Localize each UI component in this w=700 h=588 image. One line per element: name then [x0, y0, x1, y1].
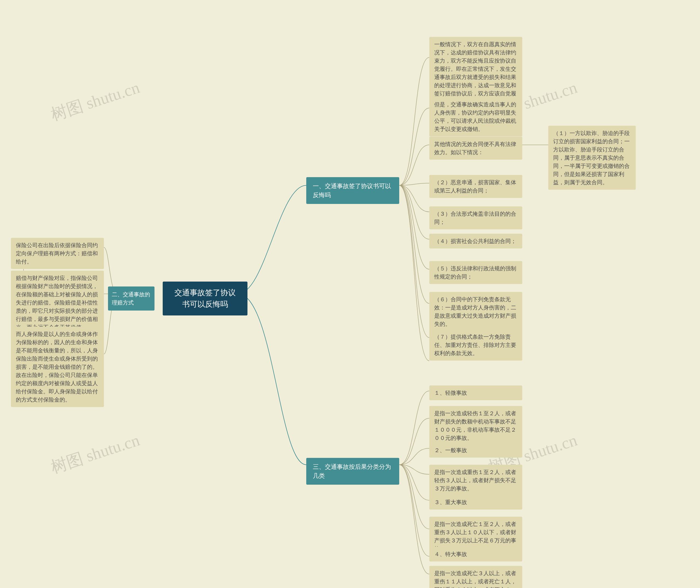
s3-leaf-0-text: １、轻微事故 — [433, 389, 518, 397]
section-2[interactable]: 二、交通事故的理赔方式 — [108, 286, 154, 311]
s1-extra[interactable]: （１）一方以欺诈、胁迫的手段订立的损害国家利益的合同；一方以欺诈、胁迫手段订立的… — [548, 126, 636, 190]
root-title: 交通事故签了协议书可以反悔吗 — [171, 287, 239, 310]
section-1[interactable]: 一、交通事故签了协议书可以反悔吗 — [306, 177, 399, 204]
s3-leaf-1[interactable]: 是指一次造成轻伤１至２人，或者财产损失的数额中机动车事故不足１０００元，非机动车… — [429, 406, 522, 445]
section-1-title: 一、交通事故签了协议书可以反悔吗 — [312, 182, 394, 200]
s3-leaf-2-text: ２、一般事故 — [433, 446, 518, 454]
s3-leaf-4[interactable]: ３、重大事故 — [429, 495, 522, 510]
s1-leaf-3[interactable]: （２）恶意串通，损害国家、集体或第三人利益的合同； — [429, 175, 522, 198]
s3-leaf-7[interactable]: 是指一次造成死亡３人以上，或者重伤１１人以上，或者死亡１人，同时重伤８人以上，或… — [429, 566, 522, 588]
s2-leaf-0-text: 保险公司在出险后依据保险合同约定向保户理赔有两种方式：赔偿和给付。 — [15, 241, 100, 266]
s1-leaf-5[interactable]: （４）损害社会公共利益的合同； — [429, 234, 522, 248]
section-3-title: 三、交通事故按后果分类分为几类 — [312, 462, 394, 480]
s1-leaf-2-text: 其他情况的无效合同便不具有法律效力。如以下情况： — [433, 140, 518, 156]
s1-leaf-6-text: （５）违反法律和行政法规的强制性规定的合同； — [433, 264, 518, 281]
connectors-left — [0, 0, 700, 588]
s1-leaf-7[interactable]: （６）合同中的下列免责条款无效：一是造成对方人身伤害的，二是故意或重大过失造成对… — [429, 292, 522, 331]
watermark: 树图 shutu.cn — [48, 429, 142, 479]
s3-leaf-3[interactable]: 是指一次造成重伤１至２人，或者轻伤３人以上，或者财产损失不足３万元的事故。 — [429, 465, 522, 496]
watermark: 树图 shutu.cn — [48, 77, 142, 126]
section-3[interactable]: 三、交通事故按后果分类分为几类 — [306, 458, 399, 485]
connectors-s3 — [0, 0, 700, 588]
s3-leaf-4-text: ３、重大事故 — [433, 498, 518, 506]
root-node[interactable]: 交通事故签了协议书可以反悔吗 — [163, 282, 247, 315]
s1-leaf-8-text: （７）提供格式条款一方免除责任、加重对方责任、排除对方主要权利的条款无效。 — [433, 333, 518, 357]
s3-leaf-0[interactable]: １、轻微事故 — [429, 385, 522, 400]
s1-leaf-5-text: （４）损害社会公共利益的合同； — [433, 237, 518, 245]
connectors — [0, 0, 700, 588]
s2-leaf-2-text: 而人身保险是以人的生命或身体作为保险标的的，因人的生命和身体是不能用金钱衡量的，… — [15, 330, 100, 404]
s1-leaf-8[interactable]: （７）提供格式条款一方免除责任、加重对方责任、排除对方主要权利的条款无效。 — [429, 329, 522, 361]
s3-leaf-6-text: ４、特大事故 — [433, 550, 518, 558]
s2-leaf-0[interactable]: 保险公司在出险后依据保险合同约定向保户理赔有两种方式：赔偿和给付。 — [11, 238, 104, 269]
mindmap-canvas: 树图 shutu.cn 树图 shutu.cn 树图 shutu.cn 树图 s… — [0, 0, 700, 588]
s3-leaf-6[interactable]: ４、特大事故 — [429, 547, 522, 561]
s1-leaf-6[interactable]: （５）违反法律和行政法规的强制性规定的合同； — [429, 261, 522, 284]
s3-leaf-2[interactable]: ２、一般事故 — [429, 443, 522, 458]
s1-leaf-4-text: （３）合法形式掩盖非法目的的合同； — [433, 210, 518, 226]
s1-leaf-1[interactable]: 但是，交通事故确实造成当事人的人身伤害，协议约定的内容明显失公平，可以请求人民法… — [429, 97, 522, 136]
s1-extra-text: （１）一方以欺诈、胁迫的手段订立的损害国家利益的合同；一方以欺诈、胁迫手段订立的… — [552, 129, 632, 186]
s2-leaf-2[interactable]: 而人身保险是以人的生命或身体作为保险标的的，因人的生命和身体是不能用金钱衡量的，… — [11, 327, 104, 407]
s1-leaf-4[interactable]: （３）合法形式掩盖非法目的的合同； — [429, 206, 522, 229]
s3-leaf-7-text: 是指一次造成死亡３人以上，或者重伤１１人以上，或者死亡１人，同时重伤８人以上，或… — [433, 569, 518, 588]
s1-leaf-7-text: （６）合同中的下列免责条款无效：一是造成对方人身伤害的，二是故意或重大过失造成对… — [433, 295, 518, 328]
s1-leaf-3-text: （２）恶意串通，损害国家、集体或第三人利益的合同； — [433, 178, 518, 195]
s2-leaf-1-text: 赔偿与财产保险对应，指保险公司根据保险财产出险时的受损情况，在保险额的基础上对被… — [15, 274, 100, 331]
s3-leaf-3-text: 是指一次造成重伤１至２人，或者轻伤３人以上，或者财产损失不足３万元的事故。 — [433, 468, 518, 493]
s1-leaf-2[interactable]: 其他情况的无效合同便不具有法律效力。如以下情况： — [429, 137, 522, 160]
s3-leaf-1-text: 是指一次造成轻伤１至２人，或者财产损失的数额中机动车事故不足１０００元，非机动车… — [433, 409, 518, 442]
s1-leaf-1-text: 但是，交通事故确实造成当事人的人身伤害，协议约定的内容明显失公平，可以请求人民法… — [433, 100, 518, 133]
s2-leaf-1[interactable]: 赔偿与财产保险对应，指保险公司根据保险财产出险时的受损情况，在保险额的基础上对被… — [11, 271, 104, 335]
section-2-title: 二、交通事故的理赔方式 — [111, 290, 152, 307]
s1-leaf-0-text: 一般情况下，双方在自愿真实的情况下，达成的赔偿协议具有法律约束力，双方不能反悔且… — [433, 40, 518, 106]
